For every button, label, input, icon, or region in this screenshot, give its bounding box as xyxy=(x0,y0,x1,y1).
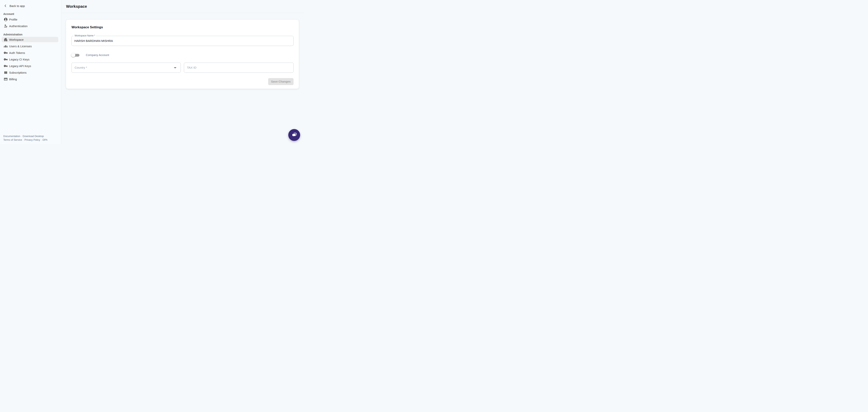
save-changes-button[interactable]: Save Changes xyxy=(268,78,293,85)
workspace-name-value: HARSH BARDHAN MISHRA xyxy=(74,36,113,46)
sidebar-item-legacy-ci-keys[interactable]: Legacy CI Keys xyxy=(0,56,61,63)
footer-row-2: Terms of Service·Privacy Policy·DPA xyxy=(3,138,48,142)
key-icon xyxy=(4,51,8,55)
back-to-app-label: Back to app xyxy=(9,4,25,7)
sidebar-item-subscriptions[interactable]: Subscriptions xyxy=(0,69,61,76)
building-icon xyxy=(4,38,8,42)
administration-nav: Workspace Users & Licenses Auth Tokens L… xyxy=(0,37,61,82)
sidebar-item-label: Workspace xyxy=(9,38,24,41)
page-title: Workspace xyxy=(66,4,87,9)
footer-row-1: Documentation·Download Desktop xyxy=(3,134,48,138)
download-desktop-link[interactable]: Download Desktop xyxy=(23,135,44,138)
tax-id-placeholder: TAX ID xyxy=(187,63,196,72)
chevron-down-icon xyxy=(174,67,177,68)
sidebar-item-label: Legacy CI Keys xyxy=(9,58,29,61)
sidebar-item-billing[interactable]: Billing xyxy=(0,76,61,82)
chevron-left-icon xyxy=(3,4,7,8)
toggle-knob xyxy=(71,53,75,57)
chat-launcher-button[interactable] xyxy=(288,129,300,141)
dpa-link[interactable]: DPA xyxy=(42,138,48,141)
section-title-administration: Administration xyxy=(3,33,61,36)
sidebar-item-label: Profile xyxy=(9,18,18,21)
sidebar-item-authentication[interactable]: Authentication xyxy=(0,23,61,29)
footer-separator: · xyxy=(22,138,24,141)
footer-separator: · xyxy=(20,135,23,138)
sidebar-item-label: Authentication xyxy=(9,24,28,28)
footer-separator: · xyxy=(40,138,42,141)
sidebar-item-auth-tokens[interactable]: Auth Tokens xyxy=(0,50,61,56)
sidebar-item-profile[interactable]: Profile xyxy=(0,16,61,23)
country-select[interactable]: Country * xyxy=(71,63,181,73)
sidebar-item-label: Billing xyxy=(9,78,17,81)
sidebar-item-label: Subscriptions xyxy=(9,71,27,74)
country-label: Country * xyxy=(74,63,87,72)
key-icon xyxy=(4,64,8,68)
key-icon xyxy=(4,57,8,61)
sidebar: Back to app Account Profile Authenticati… xyxy=(0,0,61,144)
credit-card-icon xyxy=(4,77,8,81)
groups-icon xyxy=(4,44,8,48)
workspace-settings-card: Workspace Settings Workspace Name * HARS… xyxy=(66,20,299,89)
sidebar-item-label: Legacy API Keys xyxy=(9,64,31,68)
company-account-toggle[interactable] xyxy=(71,52,80,58)
sidebar-item-legacy-api-keys[interactable]: Legacy API Keys xyxy=(0,63,61,69)
company-account-row: Company Account xyxy=(71,52,109,58)
section-title-account: Account xyxy=(3,12,61,16)
company-account-label[interactable]: Company Account xyxy=(86,54,109,57)
tax-id-input[interactable]: TAX ID xyxy=(184,63,293,73)
person-key-icon xyxy=(4,24,8,28)
workspace-name-input[interactable]: Workspace Name * HARSH BARDHAN MISHRA xyxy=(71,36,293,46)
sidebar-item-workspace[interactable]: Workspace xyxy=(2,37,58,42)
sidebar-footer: Documentation·Download Desktop Terms of … xyxy=(3,134,48,142)
sidebar-item-label: Auth Tokens xyxy=(9,51,25,55)
sidebar-item-users-licenses[interactable]: Users & Licenses xyxy=(0,43,61,50)
main-content: Workspace Workspace Settings Workspace N… xyxy=(61,0,304,144)
terms-of-service-link[interactable]: Terms of Service xyxy=(3,138,22,141)
back-to-app-link[interactable]: Back to app xyxy=(3,3,61,8)
workspace-settings-page: Back to app Account Profile Authenticati… xyxy=(0,0,304,144)
page-header: Workspace xyxy=(61,0,304,13)
privacy-policy-link[interactable]: Privacy Policy xyxy=(24,138,40,141)
card-title: Workspace Settings xyxy=(71,25,103,29)
sidebar-item-label: Users & Licenses xyxy=(9,45,32,48)
chat-bubbles-icon xyxy=(291,132,298,138)
account-circle-icon xyxy=(4,18,8,22)
account-nav: Profile Authentication xyxy=(0,16,61,29)
documentation-link[interactable]: Documentation xyxy=(3,135,20,138)
bars-icon xyxy=(4,70,8,75)
